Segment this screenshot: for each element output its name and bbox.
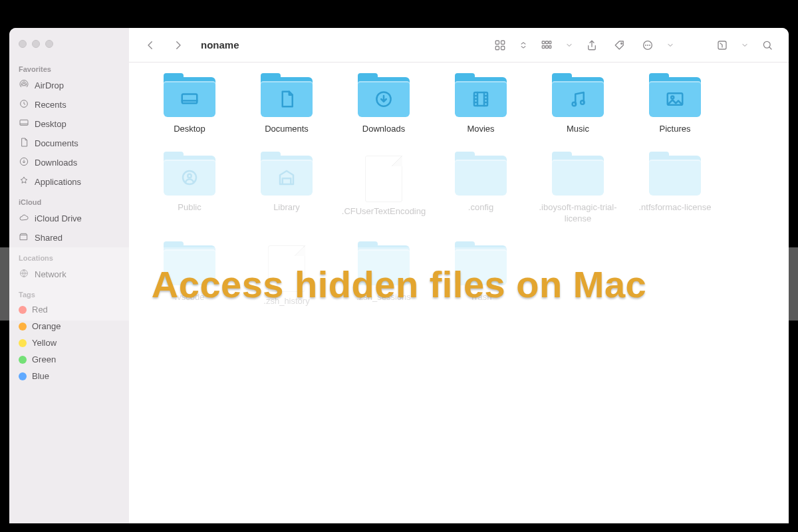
minimize-dot[interactable] xyxy=(32,40,40,48)
clock-icon xyxy=(19,98,29,111)
sidebar-item[interactable]: iCloud Drive xyxy=(9,209,129,228)
folder-item[interactable]: Pictures xyxy=(626,77,724,134)
item-label: .CFUserTextEncoding xyxy=(342,206,426,217)
svg-point-19 xyxy=(649,45,650,46)
svg-point-25 xyxy=(573,102,577,106)
folder-icon xyxy=(164,245,215,287)
close-dot[interactable] xyxy=(19,40,27,48)
folder-item[interactable]: Documents xyxy=(238,77,335,134)
back-button[interactable] xyxy=(141,36,160,55)
item-label: Downloads xyxy=(362,124,405,134)
folder-icon xyxy=(455,245,507,287)
actions-chevron-icon[interactable] xyxy=(666,36,674,55)
sidebar-item-label: AirDrop xyxy=(35,80,64,90)
sidebar-item[interactable]: Recents xyxy=(9,95,129,114)
actions-button[interactable] xyxy=(638,36,657,55)
sidebar-item-label: Desktop xyxy=(35,119,66,129)
sidebar-item[interactable]: Blue xyxy=(9,368,129,384)
shared-icon xyxy=(19,231,29,244)
folder-item[interactable]: .ntfsformac-license xyxy=(626,156,724,224)
view-icons-button[interactable] xyxy=(491,36,509,55)
item-label: .iboysoft-magic-trial-license xyxy=(535,202,621,224)
sidebar-item-label: Network xyxy=(35,269,66,279)
share-button[interactable] xyxy=(583,36,601,55)
download-icon xyxy=(19,156,29,169)
tag-dot-icon xyxy=(19,339,27,347)
folder-item[interactable]: Library xyxy=(238,156,335,224)
folder-icon xyxy=(455,156,507,197)
airdrop-icon xyxy=(19,79,29,92)
desktop-icon xyxy=(19,118,29,130)
sidebar-item-label: Orange xyxy=(32,321,61,331)
svg-rect-13 xyxy=(546,45,549,48)
doc-icon xyxy=(19,137,29,150)
folder-icon xyxy=(455,77,507,118)
folder-icon xyxy=(552,156,604,197)
view-options-toggle[interactable] xyxy=(519,36,528,55)
sidebar-item[interactable]: Orange xyxy=(9,318,129,334)
folder-icon xyxy=(261,156,313,197)
finder-window: FavoritesAirDropRecentsDesktopDocumentsD… xyxy=(9,28,789,523)
file-item[interactable]: .zsh_history xyxy=(238,245,335,307)
folder-icon xyxy=(358,245,410,287)
item-label: .zsh_sessions xyxy=(356,292,411,303)
sidebar-item[interactable]: Network xyxy=(9,265,129,284)
sidebar-item[interactable]: AirDrop xyxy=(9,76,129,95)
tag-dot-icon xyxy=(19,372,27,380)
folder-item[interactable]: Desktop xyxy=(141,77,238,134)
item-label: Library xyxy=(273,202,300,213)
group-chevron-icon[interactable] xyxy=(565,36,573,55)
sidebar-item[interactable]: Shared xyxy=(9,228,129,247)
svg-rect-14 xyxy=(549,45,551,48)
folder-item[interactable]: Public xyxy=(141,156,238,224)
sidebar-item-label: Recents xyxy=(35,100,66,110)
svg-rect-8 xyxy=(501,46,505,49)
sidebar-item-label: Shared xyxy=(35,233,63,243)
svg-rect-9 xyxy=(542,41,545,44)
folder-item[interactable]: .config xyxy=(432,156,529,224)
search-button[interactable] xyxy=(758,36,777,55)
cooperate-button[interactable] xyxy=(713,36,732,55)
sidebar-item[interactable]: Green xyxy=(9,351,129,368)
folder-item[interactable]: .vscode xyxy=(141,245,238,307)
svg-point-0 xyxy=(23,83,25,86)
folder-item[interactable]: Downloads xyxy=(335,77,432,134)
tag-dot-icon xyxy=(19,323,27,331)
svg-rect-10 xyxy=(546,41,549,44)
zoom-dot[interactable] xyxy=(45,40,53,48)
sidebar-item[interactable]: Downloads xyxy=(9,153,129,172)
tag-dot-icon xyxy=(19,356,27,364)
sidebar-item[interactable]: Applications xyxy=(9,172,129,192)
content-area: DesktopDocumentsDownloadsMoviesMusicPict… xyxy=(129,63,789,523)
folder-item[interactable]: .zsh_sessions xyxy=(335,245,432,307)
svg-rect-2 xyxy=(20,120,28,125)
tags-button[interactable] xyxy=(610,36,629,55)
folder-item[interactable]: .iboysoft-magic-trial-license xyxy=(529,156,626,224)
item-label: .ntfsformac-license xyxy=(638,202,711,213)
item-label: Trash xyxy=(470,292,492,303)
forward-button[interactable] xyxy=(169,36,188,55)
folder-item[interactable]: Trash xyxy=(432,245,529,307)
cooperate-chevron-icon[interactable] xyxy=(741,36,749,55)
sidebar-item-label: Downloads xyxy=(35,158,77,168)
file-item[interactable]: .CFUserTextEncoding xyxy=(335,156,432,224)
sidebar-item[interactable]: Documents xyxy=(9,134,129,153)
sidebar-section-header: Tags xyxy=(9,284,129,301)
sidebar-item[interactable]: Desktop xyxy=(9,114,129,134)
sidebar-item-label: Green xyxy=(32,354,56,364)
folder-icon xyxy=(649,156,701,197)
folder-item[interactable]: Movies xyxy=(432,77,529,134)
svg-point-26 xyxy=(581,100,585,104)
globe-icon xyxy=(19,268,29,281)
svg-rect-11 xyxy=(549,41,551,44)
svg-rect-5 xyxy=(495,41,499,44)
item-label: Movies xyxy=(467,124,494,134)
sidebar-item[interactable]: Red xyxy=(9,301,129,318)
group-button[interactable] xyxy=(537,36,556,55)
folder-item[interactable]: Music xyxy=(529,77,626,134)
svg-point-30 xyxy=(188,174,192,178)
svg-rect-12 xyxy=(542,45,545,48)
folder-icon xyxy=(164,77,215,118)
svg-point-18 xyxy=(647,45,648,46)
sidebar-item[interactable]: Yellow xyxy=(9,334,129,351)
